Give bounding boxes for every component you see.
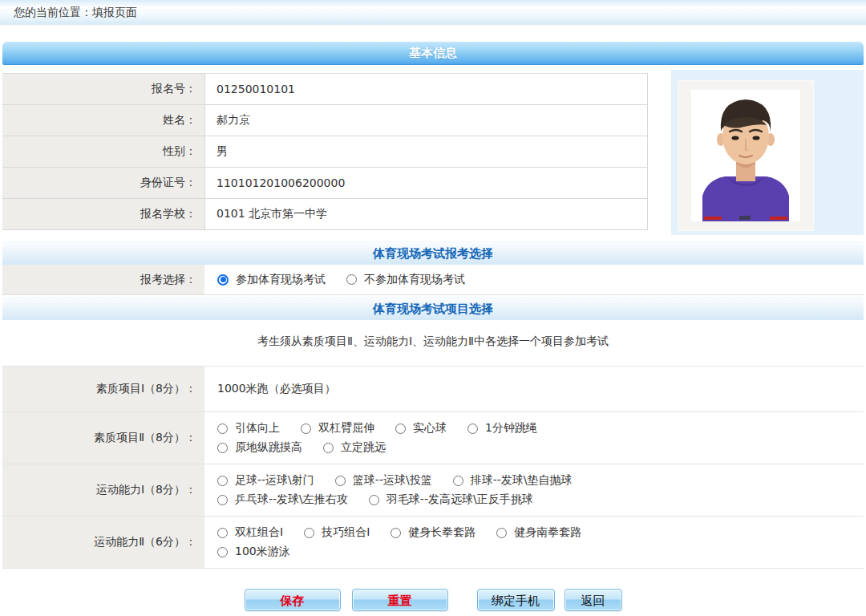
portrait-illustration (691, 90, 800, 221)
radio-icon[interactable] (467, 424, 478, 434)
basic-info-row-4: 报名学校：0101 北京市第一中学 (2, 199, 648, 230)
exam-choice-row: 报考选择： 参加体育现场考试不参加体育现场考试 (2, 265, 864, 295)
section-header-item-choice: 体育现场考试项目选择 (2, 297, 864, 320)
radio-item-1-0[interactable]: 引体向上 (217, 421, 280, 436)
radio-label[interactable]: 引体向上 (235, 421, 280, 436)
radio-item-2-3[interactable]: 乒乓球--发球\左推右攻 (217, 492, 348, 507)
radio-label[interactable]: 100米游泳 (235, 545, 290, 559)
item-row-value: 双杠组合Ⅰ技巧组合Ⅰ健身长拳套路健身南拳套路100米游泳 (204, 517, 654, 568)
item-row-label: 运动能力Ⅱ（6分）： (2, 517, 204, 568)
radio-label[interactable]: 参加体育现场考试 (236, 273, 326, 287)
radio-icon[interactable] (217, 528, 228, 538)
field-value: 郝力京 (204, 105, 648, 136)
breadcrumb-label: 您的当前位置：填报页面 (14, 6, 137, 18)
section-header-basic-info: 基本信息 (2, 42, 864, 65)
radio-icon[interactable] (217, 476, 228, 486)
radio-label[interactable]: 技巧组合Ⅰ (322, 525, 370, 540)
reset-button[interactable]: 重置 (352, 589, 448, 611)
radio-label[interactable]: 1分钟跳绳 (485, 421, 537, 436)
photo-frame (678, 81, 813, 230)
radio-label[interactable]: 双杠臂屈伸 (318, 421, 374, 436)
radio-label[interactable]: 足球--运球\射门 (235, 473, 314, 488)
radio-icon[interactable] (217, 547, 228, 557)
radio-item-1-1[interactable]: 双杠臂屈伸 (301, 421, 374, 436)
radio-item-1-4[interactable]: 原地纵跳摸高 (217, 440, 302, 455)
radio-item-3-1[interactable]: 技巧组合Ⅰ (304, 525, 370, 540)
radio-icon[interactable] (217, 495, 228, 505)
radio-item-1-3[interactable]: 1分钟跳绳 (467, 421, 537, 436)
item-row-value: 1000米跑（必选项目） (204, 367, 654, 411)
radio-item-2-4[interactable]: 羽毛球--发高远球\正反手挑球 (369, 492, 533, 507)
action-buttons: 保存 重置 绑定手机 返回 (2, 589, 864, 611)
breadcrumb: 您的当前位置：填报页面 (0, 0, 866, 25)
item-row-2: 运动能力Ⅰ（8分）：足球--运球\射门篮球--运球\投篮排球--发球\垫自抛球乒… (2, 464, 864, 517)
basic-info-row-2: 性别：男 (2, 136, 648, 168)
radio-item-3-3[interactable]: 健身南拳套路 (496, 525, 581, 540)
radio-label[interactable]: 排球--发球\垫自抛球 (471, 473, 573, 488)
field-value: 110101201006200000 (204, 168, 648, 198)
radio-item-3-2[interactable]: 健身长拳套路 (391, 525, 475, 540)
item-row-1: 素质项目Ⅱ（8分）：引体向上双杠臂屈伸实心球1分钟跳绳原地纵跳摸高立定跳远 (2, 412, 864, 464)
radio-label[interactable]: 双杠组合Ⅰ (235, 525, 283, 540)
radio-icon[interactable] (335, 476, 346, 486)
radio-icon[interactable] (395, 424, 406, 434)
radio-icon[interactable] (304, 528, 314, 538)
radio-label[interactable]: 原地纵跳摸高 (235, 440, 302, 455)
application-form-page: 您的当前位置：填报页面 基本信息 报名号：01250010101姓名：郝力京性别… (0, 0, 866, 616)
photo-cell (671, 70, 864, 235)
radio-item-1-5[interactable]: 立定跳远 (323, 440, 386, 455)
radio-icon[interactable] (391, 528, 401, 538)
radio-icon[interactable] (301, 424, 311, 434)
radio-item-3-4[interactable]: 100米游泳 (217, 545, 290, 559)
basic-info-row-1: 姓名：郝力京 (2, 105, 648, 136)
item-row-label: 素质项目Ⅱ（8分）： (2, 412, 204, 464)
radio-item-3-0[interactable]: 双杠组合Ⅰ (217, 525, 283, 540)
field-value: 男 (204, 136, 648, 167)
field-value: 01250010101 (204, 74, 648, 104)
item-row-value: 足球--运球\射门篮球--运球\投篮排球--发球\垫自抛球乒乓球--发球\左推右… (204, 464, 654, 516)
basic-info-row-3: 身份证号：110101201006200000 (2, 168, 648, 199)
basic-info-table: 报名号：01250010101姓名：郝力京性别：男身份证号：1101012010… (2, 73, 648, 230)
radio-icon[interactable] (369, 495, 379, 505)
radio-label[interactable]: 篮球--运球\投篮 (353, 473, 432, 488)
radio-label[interactable]: 健身南拳套路 (514, 525, 581, 540)
section-header-exam-choice: 体育现场考试报考选择 (2, 241, 864, 265)
item-choice-rows: 素质项目Ⅰ（8分）：1000米跑（必选项目）素质项目Ⅱ（8分）：引体向上双杠臂屈… (2, 367, 864, 569)
item-row-3: 运动能力Ⅱ（6分）：双杠组合Ⅰ技巧组合Ⅰ健身长拳套路健身南拳套路100米游泳 (2, 517, 864, 569)
radio-icon[interactable] (217, 443, 228, 453)
radio-item-2-0[interactable]: 足球--运球\射门 (217, 473, 314, 488)
radio-label[interactable]: 实心球 (413, 421, 447, 436)
save-button[interactable]: 保存 (245, 589, 341, 611)
radio-icon[interactable] (496, 528, 507, 538)
radio-exam-choice-1[interactable]: 不参加体育现场考试 (346, 273, 465, 287)
item-row-value: 引体向上双杠臂屈伸实心球1分钟跳绳原地纵跳摸高立定跳远 (204, 412, 654, 464)
radio-icon[interactable] (453, 476, 463, 486)
radio-item-2-2[interactable]: 排球--发球\垫自抛球 (453, 473, 573, 488)
bind-phone-button[interactable]: 绑定手机 (477, 589, 555, 611)
field-label: 性别： (2, 136, 204, 167)
radio-exam-choice-0[interactable]: 参加体育现场考试 (217, 273, 326, 287)
field-label: 身份证号： (2, 168, 204, 198)
form-content: 基本信息 报名号：01250010101姓名：郝力京性别：男身份证号：11010… (0, 42, 866, 611)
item-row-label: 素质项目Ⅰ（8分）： (2, 367, 204, 411)
radio-label[interactable]: 不参加体育现场考试 (364, 273, 465, 287)
radio-icon[interactable] (217, 424, 228, 434)
radio-label[interactable]: 立定跳远 (341, 440, 386, 455)
item-row-label: 运动能力Ⅰ（8分）： (2, 464, 204, 516)
candidate-photo (691, 90, 800, 221)
exam-choice-label: 报考选择： (2, 265, 204, 294)
basic-info-section: 报名号：01250010101姓名：郝力京性别：男身份证号：1101012010… (2, 73, 864, 235)
radio-label[interactable]: 羽毛球--发高远球\正反手挑球 (386, 492, 533, 507)
radio-icon[interactable] (217, 274, 229, 286)
radio-item-2-1[interactable]: 篮球--运球\投篮 (335, 473, 432, 488)
basic-info-row-0: 报名号：01250010101 (2, 74, 648, 105)
back-button[interactable]: 返回 (565, 589, 622, 611)
item-choice-instruction: 考生须从素质项目Ⅱ、运动能力Ⅰ、运动能力Ⅱ中各选择一个项目参加考试 (2, 320, 864, 367)
radio-label[interactable]: 乒乓球--发球\左推右攻 (235, 492, 348, 507)
radio-icon[interactable] (323, 443, 334, 453)
item-fixed-value: 1000米跑（必选项目） (217, 382, 336, 396)
radio-label[interactable]: 健身长拳套路 (408, 525, 475, 540)
radio-icon[interactable] (346, 274, 357, 285)
item-row-0: 素质项目Ⅰ（8分）：1000米跑（必选项目） (2, 367, 864, 412)
radio-item-1-2[interactable]: 实心球 (395, 421, 447, 436)
